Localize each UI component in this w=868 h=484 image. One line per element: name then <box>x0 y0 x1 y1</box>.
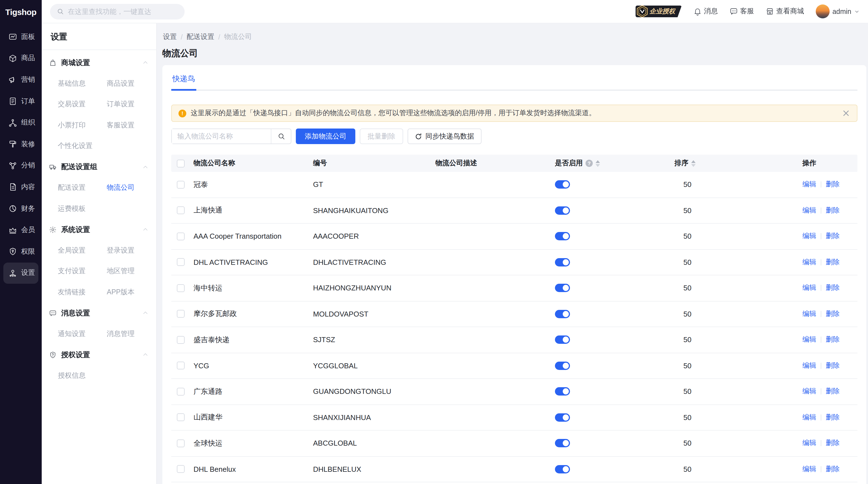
global-search-input[interactable] <box>68 7 178 15</box>
settings-nav-item[interactable]: 友情链接 <box>58 282 107 303</box>
row-checkbox[interactable] <box>177 181 185 189</box>
settings-nav-item[interactable]: 地区管理 <box>107 261 156 282</box>
tab-kuaidiniao[interactable]: 快递鸟 <box>171 73 196 91</box>
delete-link[interactable]: 删除 <box>826 335 840 345</box>
delete-link[interactable]: 删除 <box>826 309 840 319</box>
batch-delete-button[interactable]: 批量删除 <box>360 128 403 144</box>
settings-section-header[interactable]: 消息设置 <box>42 303 156 324</box>
sidebar-item-organization[interactable]: 组织 <box>3 112 38 133</box>
row-checkbox[interactable] <box>177 336 185 344</box>
sidebar-item-permissions[interactable]: 权限 <box>3 241 38 262</box>
edit-link[interactable]: 编辑 <box>802 387 816 396</box>
delete-link[interactable]: 删除 <box>826 464 840 474</box>
row-checkbox[interactable] <box>177 233 185 240</box>
row-checkbox[interactable] <box>177 310 185 318</box>
sort-toggle-icon[interactable] <box>595 160 600 167</box>
edit-link[interactable]: 编辑 <box>802 361 816 370</box>
row-checkbox[interactable] <box>177 414 185 421</box>
edit-link[interactable]: 编辑 <box>802 309 816 319</box>
delete-link[interactable]: 删除 <box>826 283 840 293</box>
sidebar-item-dashboard[interactable]: 面板 <box>3 26 38 48</box>
settings-section-header[interactable]: 配送设置组 <box>42 157 156 178</box>
settings-section-header[interactable]: 授权设置 <box>42 344 156 365</box>
enabled-toggle[interactable] <box>555 284 570 292</box>
close-icon[interactable] <box>842 109 850 117</box>
sync-data-button[interactable]: 同步快递鸟数据 <box>408 128 481 144</box>
row-checkbox[interactable] <box>177 440 185 447</box>
row-checkbox[interactable] <box>177 284 185 292</box>
settings-nav-item[interactable]: 小票打印 <box>58 115 107 136</box>
sidebar-item-marketing[interactable]: 营销 <box>3 69 38 90</box>
delete-link[interactable]: 删除 <box>826 232 840 241</box>
sidebar-item-finance[interactable]: 财务 <box>3 198 38 219</box>
settings-nav-item[interactable]: 物流公司 <box>107 178 156 198</box>
enabled-toggle[interactable] <box>555 258 570 267</box>
settings-nav-item[interactable]: 全局设置 <box>58 240 107 261</box>
row-checkbox[interactable] <box>177 259 185 266</box>
settings-nav-item[interactable]: 订单设置 <box>107 94 156 115</box>
row-checkbox[interactable] <box>177 362 185 370</box>
edit-link[interactable]: 编辑 <box>802 232 816 241</box>
delete-link[interactable]: 删除 <box>826 387 840 396</box>
settings-nav-item[interactable]: 个性化设置 <box>58 136 107 157</box>
sort-toggle-icon[interactable] <box>691 160 695 167</box>
delete-link[interactable]: 删除 <box>826 361 840 370</box>
settings-nav-item[interactable]: APP版本 <box>107 282 156 303</box>
search-button[interactable] <box>271 129 291 144</box>
row-checkbox[interactable] <box>177 465 185 473</box>
sidebar-item-settings[interactable]: 设置 <box>3 262 38 284</box>
edit-link[interactable]: 编辑 <box>802 258 816 267</box>
enabled-toggle[interactable] <box>555 362 570 370</box>
settings-nav-item[interactable]: 基础信息 <box>58 73 107 94</box>
settings-nav-item[interactable]: 配送设置 <box>58 178 107 198</box>
settings-nav-item[interactable]: 交易设置 <box>58 94 107 115</box>
sidebar-item-content[interactable]: 内容 <box>3 176 38 198</box>
sidebar-item-products[interactable]: 商品 <box>3 48 38 69</box>
enabled-toggle[interactable] <box>555 181 570 189</box>
settings-nav-item[interactable]: 商品设置 <box>107 73 156 94</box>
delete-link[interactable]: 删除 <box>826 438 840 448</box>
settings-nav-item[interactable]: 授权信息 <box>58 365 107 386</box>
select-all-checkbox[interactable] <box>177 159 185 167</box>
enabled-toggle[interactable] <box>555 310 570 318</box>
sidebar-item-decoration[interactable]: 装修 <box>3 133 38 155</box>
edit-link[interactable]: 编辑 <box>802 335 816 345</box>
settings-section-header[interactable]: 商城设置 <box>42 52 156 73</box>
enabled-toggle[interactable] <box>555 206 570 215</box>
view-store-button[interactable]: 查看商城 <box>766 7 804 16</box>
enabled-toggle[interactable] <box>555 413 570 422</box>
delete-link[interactable]: 删除 <box>826 258 840 267</box>
settings-nav-item[interactable]: 客服设置 <box>107 115 156 136</box>
user-menu[interactable]: admin <box>816 4 860 18</box>
settings-nav-item[interactable]: 登录设置 <box>107 240 156 261</box>
messages-button[interactable]: 消息 <box>693 7 718 16</box>
settings-nav-item[interactable]: 通知设置 <box>58 324 107 344</box>
row-checkbox[interactable] <box>177 207 185 214</box>
delete-link[interactable]: 删除 <box>826 180 840 189</box>
company-search-input[interactable] <box>172 129 271 144</box>
settings-nav-item[interactable]: 支付设置 <box>58 261 107 282</box>
sidebar-item-orders[interactable]: 订单 <box>3 91 38 112</box>
edit-link[interactable]: 编辑 <box>802 438 816 448</box>
delete-link[interactable]: 删除 <box>826 206 840 215</box>
sidebar-item-distribution[interactable]: 分销 <box>3 155 38 176</box>
enabled-toggle[interactable] <box>555 388 570 396</box>
add-company-button[interactable]: 添加物流公司 <box>296 128 355 144</box>
edit-link[interactable]: 编辑 <box>802 206 816 215</box>
settings-nav-item[interactable]: 运费模板 <box>58 198 107 219</box>
support-button[interactable]: 客服 <box>730 7 754 16</box>
edit-link[interactable]: 编辑 <box>802 180 816 189</box>
help-icon[interactable]: ? <box>586 160 593 167</box>
enabled-toggle[interactable] <box>555 336 570 344</box>
row-checkbox[interactable] <box>177 388 185 396</box>
settings-section-header[interactable]: 系统设置 <box>42 219 156 240</box>
delete-link[interactable]: 删除 <box>826 413 840 422</box>
breadcrumb-item[interactable]: 设置 <box>163 32 177 42</box>
edit-link[interactable]: 编辑 <box>802 283 816 293</box>
sidebar-item-members[interactable]: 会员 <box>3 219 38 241</box>
enabled-toggle[interactable] <box>555 232 570 241</box>
edit-link[interactable]: 编辑 <box>802 464 816 474</box>
edit-link[interactable]: 编辑 <box>802 413 816 422</box>
enabled-toggle[interactable] <box>555 465 570 474</box>
breadcrumb-item[interactable]: 配送设置 <box>187 32 214 42</box>
